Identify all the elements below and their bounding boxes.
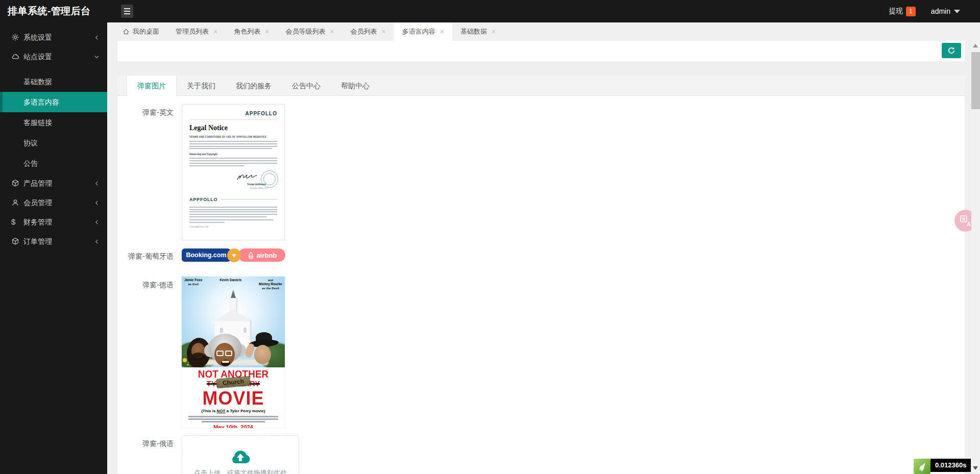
cloud-upload-icon [230, 449, 251, 464]
trace-toggle-button[interactable] [914, 459, 930, 474]
panel-tab-popup-images[interactable]: 弹窗图片 [127, 76, 177, 96]
form-row-popup-german: 弹窗-德语 [117, 277, 965, 428]
popup-portuguese-image[interactable]: Booking.com ♥ airbnb [182, 248, 285, 262]
sidebar-item-agreement[interactable]: 协议 [0, 133, 107, 153]
app-title: 排单系统-管理后台 [8, 0, 91, 22]
home-icon [122, 28, 130, 35]
sidebar-submenu-site-settings: 基础数据 多语言内容 客服链接 协议 公告 [0, 66, 107, 173]
sidebar: 系统设置 站点设置 基础数据 多语言内容 客服链接 协议 公告 产品管理 [0, 22, 107, 474]
form-row-popup-russian: 弹窗-俄语 点击上传，或将文件拖拽到此处 [117, 435, 965, 474]
sidebar-item-system-settings[interactable]: 系统设置 [0, 28, 107, 47]
poster-cast-names: Jamie Foxxas God Kevin Daniels andMickey… [182, 278, 285, 290]
form-label: 弹窗-德语 [117, 277, 174, 428]
doc-text-lines [189, 158, 277, 166]
withdraw-link[interactable]: 提现 [889, 7, 903, 16]
scroll-up-arrow[interactable] [973, 44, 978, 47]
flowers [183, 358, 187, 362]
translate-icon: A [960, 215, 972, 227]
tab-member-level-list[interactable]: 会员等级列表× [277, 22, 342, 41]
tab-my-desktop[interactable]: 我的桌面 [114, 22, 167, 41]
sidebar-item-order-management[interactable]: 订单管理 [0, 232, 107, 251]
signature-icon [236, 173, 263, 182]
poster-credits-lines [188, 416, 278, 422]
svg-text:A: A [967, 221, 971, 227]
tab-admin-list[interactable]: 管理员列表× [167, 22, 226, 41]
withdraw-badge: 1 [906, 7, 916, 16]
chevron-left-icon [94, 220, 99, 224]
chevron-down-icon [954, 10, 960, 13]
sidebar-item-basic-data[interactable]: 基础数据 [0, 71, 107, 92]
trace-time: 0.012360s [930, 459, 971, 472]
username: admin [931, 7, 950, 15]
panel-tab-help-center[interactable]: 帮助中心 [331, 76, 380, 96]
sidebar-item-service-links[interactable]: 客服链接 [0, 112, 107, 133]
popup-english-image[interactable]: APPFOLLO Legal Notice TERMS AND CONDITIO… [182, 104, 285, 240]
panel-tab-about-us[interactable]: 关于我们 [177, 76, 226, 96]
tab-bar: 我的桌面 管理员列表× 角色列表× 会员等级列表× 会员列表× 多语言内容× 基… [107, 22, 980, 41]
close-icon[interactable]: × [330, 28, 334, 35]
poster-title-block: NOT ANOTHER TYLER PERRY Church MOVIE (Th… [182, 367, 285, 428]
close-icon[interactable]: × [213, 28, 217, 35]
sidebar-item-site-settings[interactable]: 站点设置 [0, 47, 107, 66]
signature-title: Founder, FElite LLC [250, 187, 268, 189]
sidebar-item-product-management[interactable]: 产品管理 [0, 173, 107, 193]
close-icon[interactable]: × [492, 28, 496, 35]
doc-subtitle: TERMS AND CONDITIONS OF USE OF APPFOLLOW… [189, 136, 277, 138]
church-steeple [231, 290, 236, 298]
trace-bar: 0.012360s [914, 459, 971, 474]
chevron-left-icon [94, 181, 99, 186]
heart-icon: ♥ [227, 248, 241, 262]
refresh-button[interactable] [942, 43, 961, 58]
popup-german-image[interactable]: Jamie Foxxas God Kevin Daniels andMickey… [182, 277, 285, 428]
chevron-down-icon [94, 55, 99, 59]
tab-basic-data[interactable]: 基础数据× [452, 22, 504, 41]
tab-multilang-content[interactable]: 多语言内容× [394, 22, 452, 41]
doc-section-heading: Ownership and Copyright [189, 153, 277, 156]
doc-title: Legal Notice [189, 124, 277, 132]
top-bar: 排单系统-管理后台 提现 1 admin [0, 0, 980, 22]
doc-footer-brand: APPFOLLO [189, 197, 217, 202]
upload-dropzone[interactable]: 点击上传，或将文件拖拽到此处 [182, 435, 299, 474]
panel-tab-announcement-center[interactable]: 公告中心 [282, 76, 331, 96]
doc-footer: APPFOLLO [189, 197, 277, 202]
sidebar-item-announcement[interactable]: 公告 [0, 153, 107, 173]
toolbar [117, 40, 965, 61]
scrollbar-thumb[interactable] [971, 52, 980, 109]
stamp-icon [261, 170, 278, 188]
doc-signature-block: Tristan Hoffmann Founder, FElite LLC [189, 169, 277, 196]
thinkphp-logo-icon [917, 460, 928, 472]
airbnb-belo-icon [247, 252, 255, 259]
airbnb-logo: airbnb [238, 248, 285, 262]
doc-text-lines [189, 219, 277, 223]
poster-tagline: (This is NOT a Tyler Perry movie) [182, 409, 285, 413]
box-icon [11, 237, 19, 245]
poster-title-line3: MOVIE [182, 389, 285, 407]
glasses-icon [216, 351, 224, 356]
panel-tab-our-services[interactable]: 我们的服务 [226, 76, 282, 96]
tab-member-list[interactable]: 会员列表× [342, 22, 394, 41]
close-icon[interactable]: × [382, 28, 386, 35]
sidebar-item-finance-management[interactable]: $ 财务管理 [0, 212, 107, 232]
form-row-popup-english: 弹窗-英文 APPFOLLO Legal Notice TERMS AND CO… [117, 104, 965, 240]
close-icon[interactable]: × [265, 28, 269, 35]
close-icon[interactable]: × [440, 28, 444, 35]
upload-hint-text: 点击上传，或将文件拖拽到此处 [182, 468, 299, 474]
doc-text-lines [189, 141, 277, 149]
form-label: 弹窗-葡萄牙语 [117, 248, 174, 262]
dollar-icon: $ [11, 212, 19, 232]
vertical-scrollbar [971, 41, 980, 474]
sidebar-toggle-button[interactable] [121, 5, 133, 18]
refresh-icon [947, 46, 955, 55]
user-menu[interactable]: admin [931, 7, 960, 15]
doc-text-lines [189, 207, 277, 217]
poster-release-date: May 10th, 2024 [182, 424, 285, 428]
admin-app: 排单系统-管理后台 提现 1 admin 系统设置 站点设置 [0, 0, 980, 474]
scroll-down-arrow[interactable] [973, 466, 978, 470]
sidebar-item-member-management[interactable]: 会员管理 [0, 193, 107, 212]
sidebar-item-multilang-content[interactable]: 多语言内容 [0, 92, 107, 112]
doc-copyright: ©2023 APPFOLLOW [189, 226, 277, 228]
tab-role-list[interactable]: 角色列表× [226, 22, 277, 41]
gear-icon [11, 33, 19, 41]
chevron-left-icon [94, 239, 99, 244]
doc-brand: APPFOLLO [189, 111, 277, 116]
